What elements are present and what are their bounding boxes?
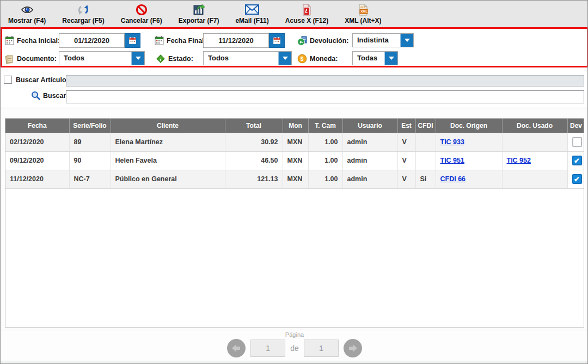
column-header-serie[interactable]: Serie/Folio <box>69 119 111 133</box>
devolucion-label: Devolución: <box>310 37 349 45</box>
recargar-button[interactable]: Recargar (F5) <box>58 2 108 26</box>
column-header-dev[interactable]: Dev <box>567 119 584 133</box>
cell-fecha: 09/12/2020 <box>5 151 69 170</box>
acuse-x-button[interactable]: Acuse X (F12) <box>281 2 333 26</box>
buscar-input[interactable] <box>66 90 584 103</box>
xml-button[interactable]: </> XML XML (Alt+X) <box>340 2 385 26</box>
email-button[interactable]: eMail (F11) <box>231 2 273 26</box>
next-page-button[interactable] <box>344 339 362 357</box>
fecha-inicial-field[interactable] <box>59 33 125 48</box>
fecha-final-calendar-button[interactable] <box>269 33 285 48</box>
refresh-icon <box>77 3 89 16</box>
dev-checkbox[interactable]: ✔ <box>572 156 582 165</box>
column-header-est[interactable]: Est <box>397 119 415 133</box>
cell-fecha: 02/12/2020 <box>5 133 69 151</box>
cell-cliente: Helen Favela <box>111 151 225 170</box>
cell-serie: NC-7 <box>69 170 111 188</box>
cell-cliente: Elena Martínez <box>111 133 225 151</box>
fecha-inicial-icon <box>5 33 14 48</box>
results-table: FechaSerie/FolioClienteTotalMonT. CamUsu… <box>5 119 584 189</box>
column-header-usuario[interactable]: Usuario <box>342 119 397 133</box>
svg-text:$: $ <box>301 56 304 62</box>
column-header-total[interactable]: Total <box>225 119 283 133</box>
cell-doc_usado <box>502 170 567 188</box>
xml-file-icon: </> XML <box>358 3 369 16</box>
doc_origen-link[interactable]: TIC 951 <box>440 157 464 164</box>
current-page-input[interactable] <box>250 340 285 357</box>
moneda-label: Moneda: <box>310 55 338 63</box>
chevron-down-icon <box>384 52 397 65</box>
devolucion-value: Indistinta <box>353 34 392 47</box>
estado-value: Todos <box>204 52 232 65</box>
table-row[interactable]: 09/12/202090Helen Favela46.50MXN1.00admi… <box>5 151 584 170</box>
xml-label: XML (Alt+X) <box>345 17 381 24</box>
search-icon <box>31 91 40 100</box>
cell-usuario: admin <box>342 170 397 188</box>
column-header-cfdi[interactable]: CFDI <box>415 119 436 133</box>
chevron-down-icon <box>278 52 291 65</box>
fecha-final-label: Fecha Final: <box>167 37 206 45</box>
pagination-bar: Página de <box>1 330 588 361</box>
doc_origen-link[interactable]: CFDI 66 <box>440 175 466 183</box>
cell-mon: MXN <box>283 151 308 170</box>
cell-total: 46.50 <box>225 151 283 170</box>
cell-cfdi <box>415 151 436 170</box>
buscar-label: Buscar: <box>43 92 69 100</box>
moneda-combo[interactable]: Todas <box>352 51 398 65</box>
pagination-title: Página <box>1 331 588 338</box>
cell-total: 121.13 <box>225 170 283 188</box>
cancelar-label: Cancelar (F6) <box>121 17 162 24</box>
cell-usuario: admin <box>342 133 397 151</box>
column-header-cliente[interactable]: Cliente <box>111 119 225 133</box>
fecha-inicial-calendar-button[interactable] <box>125 33 140 48</box>
doc_usado-link[interactable]: TIC 952 <box>507 157 531 164</box>
moneda-icon: $ <box>297 51 307 66</box>
devolucion-combo[interactable]: Indistinta <box>352 33 414 47</box>
cell-serie: 90 <box>69 151 111 170</box>
dev-checkbox[interactable] <box>572 137 582 147</box>
estado-combo[interactable]: Todos <box>203 51 292 65</box>
page-separator-label: de <box>290 344 299 353</box>
column-header-tcam[interactable]: T. Cam <box>308 119 342 133</box>
column-header-doc_origen[interactable]: Doc. Origen <box>436 119 502 133</box>
documento-label: Documento: <box>17 55 57 63</box>
cell-dev <box>567 133 584 151</box>
estado-label: Estado: <box>168 55 193 63</box>
cell-est: V <box>397 133 415 151</box>
moneda-value: Todas <box>353 52 381 65</box>
arrow-right-icon <box>347 343 358 354</box>
mostrar-button[interactable]: Mostrar (F4) <box>4 2 50 26</box>
column-header-fecha[interactable]: Fecha <box>5 119 69 133</box>
cell-fecha: 11/12/2020 <box>5 170 69 188</box>
documento-combo[interactable]: Todos <box>59 51 145 65</box>
table-row[interactable]: 02/12/202089Elena Martínez30.92MXN1.00ad… <box>5 133 584 151</box>
export-chart-icon <box>193 3 205 16</box>
cancel-icon <box>136 3 148 16</box>
calendar-picker-icon <box>129 37 136 44</box>
cell-dev: ✔ <box>567 151 584 170</box>
cell-est: V <box>397 170 415 188</box>
dev-checkbox[interactable]: ✔ <box>572 174 582 184</box>
fecha-final-field[interactable] <box>203 33 269 48</box>
estado-icon: i <box>156 51 166 66</box>
eye-icon <box>21 3 34 16</box>
column-header-mon[interactable]: Mon <box>283 119 308 133</box>
prev-page-button[interactable] <box>227 339 246 357</box>
window-bottom-edge <box>1 361 588 364</box>
cell-tcam: 1.00 <box>308 170 342 188</box>
cell-tcam: 1.00 <box>308 151 342 170</box>
exportar-button[interactable]: Exportar (F7) <box>174 2 224 26</box>
buscar-articulo-input[interactable] <box>66 75 584 87</box>
column-header-doc_usado[interactable]: Doc. Usado <box>502 119 567 133</box>
recargar-label: Recargar (F5) <box>62 17 104 24</box>
cell-doc_origen: CFDI 66 <box>436 170 502 188</box>
cell-cfdi: Si <box>415 170 436 188</box>
doc_origen-link[interactable]: TIC 933 <box>440 138 464 146</box>
table-row[interactable]: 11/12/2020NC-7Público en General121.13MX… <box>5 170 584 188</box>
documento-value: Todos <box>59 52 88 65</box>
cell-serie: 89 <box>69 133 111 151</box>
cancelar-button[interactable]: Cancelar (F6) <box>117 2 167 26</box>
buscar-articulo-checkbox[interactable] <box>4 76 12 84</box>
documento-icon <box>5 51 15 66</box>
total-pages-input[interactable] <box>304 340 339 357</box>
